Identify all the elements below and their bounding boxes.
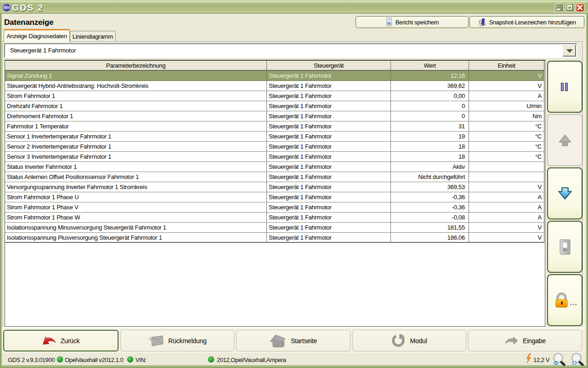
- svg-text:...: ...: [570, 299, 577, 306]
